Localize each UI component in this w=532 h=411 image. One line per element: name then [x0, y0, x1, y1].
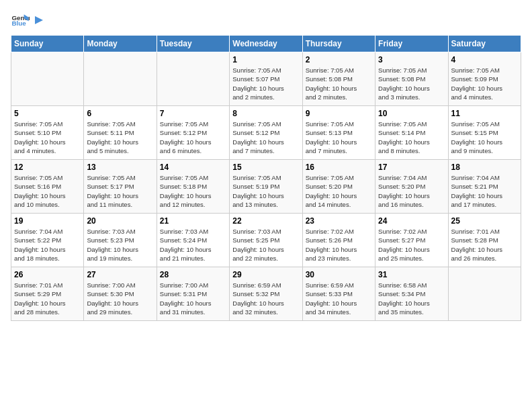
calendar-week-row: 19Sunrise: 7:04 AM Sunset: 5:22 PM Dayli… — [11, 214, 521, 267]
day-info: Sunrise: 7:00 AM Sunset: 5:30 PM Dayligh… — [87, 281, 153, 316]
day-of-week-header: Saturday — [448, 36, 521, 52]
day-number: 29 — [232, 270, 299, 279]
day-info: Sunrise: 7:00 AM Sunset: 5:31 PM Dayligh… — [160, 281, 226, 316]
calendar-cell: 24Sunrise: 7:02 AM Sunset: 5:27 PM Dayli… — [375, 214, 448, 267]
day-info: Sunrise: 7:05 AM Sunset: 5:19 PM Dayligh… — [232, 173, 299, 209]
day-info: Sunrise: 7:03 AM Sunset: 5:25 PM Dayligh… — [232, 227, 299, 263]
calendar-cell: 11Sunrise: 7:05 AM Sunset: 5:15 PM Dayli… — [448, 106, 521, 160]
calendar-cell: 21Sunrise: 7:03 AM Sunset: 5:24 PM Dayli… — [157, 214, 229, 267]
day-number: 15 — [232, 163, 299, 172]
day-info: Sunrise: 7:05 AM Sunset: 5:20 PM Dayligh… — [306, 173, 372, 209]
day-number: 20 — [87, 216, 153, 226]
day-info: Sunrise: 7:05 AM Sunset: 5:18 PM Dayligh… — [160, 173, 226, 209]
day-of-week-header: Tuesday — [157, 36, 229, 52]
calendar-cell: 1Sunrise: 7:05 AM Sunset: 5:07 PM Daylig… — [230, 52, 302, 106]
day-info: Sunrise: 7:05 AM Sunset: 5:10 PM Dayligh… — [14, 120, 81, 155]
calendar-cell: 27Sunrise: 7:00 AM Sunset: 5:30 PM Dayli… — [84, 267, 157, 321]
day-number: 17 — [378, 163, 445, 172]
day-of-week-header: Wednesday — [230, 36, 302, 52]
calendar-week-row: 12Sunrise: 7:05 AM Sunset: 5:16 PM Dayli… — [11, 160, 521, 214]
day-info: Sunrise: 7:05 AM Sunset: 5:13 PM Dayligh… — [306, 120, 372, 155]
day-info: Sunrise: 7:03 AM Sunset: 5:24 PM Dayligh… — [160, 227, 226, 263]
day-info: Sunrise: 7:05 AM Sunset: 5:16 PM Dayligh… — [14, 173, 81, 209]
day-info: Sunrise: 7:01 AM Sunset: 5:29 PM Dayligh… — [14, 281, 81, 316]
day-info: Sunrise: 7:03 AM Sunset: 5:23 PM Dayligh… — [87, 227, 153, 263]
svg-text:Blue: Blue — [11, 19, 26, 27]
calendar-cell — [157, 52, 229, 106]
day-info: Sunrise: 7:01 AM Sunset: 5:28 PM Dayligh… — [451, 227, 518, 263]
day-number: 26 — [14, 270, 81, 279]
day-info: Sunrise: 7:02 AM Sunset: 5:26 PM Dayligh… — [306, 227, 372, 263]
calendar-cell: 28Sunrise: 7:00 AM Sunset: 5:31 PM Dayli… — [157, 267, 229, 321]
calendar-cell: 22Sunrise: 7:03 AM Sunset: 5:25 PM Dayli… — [230, 214, 302, 267]
day-number: 7 — [160, 109, 226, 118]
day-number: 21 — [160, 216, 226, 226]
day-number: 22 — [232, 216, 299, 226]
day-number: 9 — [306, 109, 372, 118]
day-of-week-header: Sunday — [11, 36, 84, 52]
day-number: 18 — [451, 163, 518, 172]
calendar-cell: 20Sunrise: 7:03 AM Sunset: 5:23 PM Dayli… — [84, 214, 157, 267]
day-info: Sunrise: 7:04 AM Sunset: 5:20 PM Dayligh… — [378, 173, 445, 209]
calendar-cell: 26Sunrise: 7:01 AM Sunset: 5:29 PM Dayli… — [11, 267, 84, 321]
day-of-week-header: Monday — [84, 36, 157, 52]
calendar-header-row: SundayMondayTuesdayWednesdayThursdayFrid… — [11, 36, 521, 52]
day-info: Sunrise: 7:04 AM Sunset: 5:21 PM Dayligh… — [451, 173, 518, 209]
day-info: Sunrise: 7:05 AM Sunset: 5:15 PM Dayligh… — [451, 120, 518, 155]
day-number: 2 — [306, 55, 372, 64]
day-number: 13 — [87, 163, 153, 172]
calendar-cell: 15Sunrise: 7:05 AM Sunset: 5:19 PM Dayli… — [230, 160, 302, 214]
day-number: 19 — [14, 216, 81, 226]
day-number: 12 — [14, 163, 81, 172]
day-number: 16 — [306, 163, 372, 172]
day-of-week-header: Thursday — [302, 36, 375, 52]
calendar-cell: 17Sunrise: 7:04 AM Sunset: 5:20 PM Dayli… — [375, 160, 448, 214]
calendar-cell: 9Sunrise: 7:05 AM Sunset: 5:13 PM Daylig… — [302, 106, 375, 160]
calendar-cell: 25Sunrise: 7:01 AM Sunset: 5:28 PM Dayli… — [448, 214, 521, 267]
calendar-cell: 14Sunrise: 7:05 AM Sunset: 5:18 PM Dayli… — [157, 160, 229, 214]
calendar-cell — [11, 52, 84, 106]
day-info: Sunrise: 7:05 AM Sunset: 5:08 PM Dayligh… — [306, 66, 372, 101]
calendar-cell: 23Sunrise: 7:02 AM Sunset: 5:26 PM Dayli… — [302, 214, 375, 267]
calendar-week-row: 26Sunrise: 7:01 AM Sunset: 5:29 PM Dayli… — [11, 267, 521, 321]
day-info: Sunrise: 7:05 AM Sunset: 5:12 PM Dayligh… — [232, 120, 299, 155]
calendar-cell: 2Sunrise: 7:05 AM Sunset: 5:08 PM Daylig… — [302, 52, 375, 106]
calendar-cell — [448, 267, 521, 321]
day-number: 11 — [451, 109, 518, 118]
calendar-cell: 4Sunrise: 7:05 AM Sunset: 5:09 PM Daylig… — [448, 52, 521, 106]
calendar-cell: 31Sunrise: 6:58 AM Sunset: 5:34 PM Dayli… — [375, 267, 448, 321]
day-info: Sunrise: 7:05 AM Sunset: 5:14 PM Dayligh… — [378, 120, 445, 155]
day-info: Sunrise: 7:04 AM Sunset: 5:22 PM Dayligh… — [14, 227, 81, 263]
calendar-week-row: 5Sunrise: 7:05 AM Sunset: 5:10 PM Daylig… — [11, 106, 521, 160]
day-info: Sunrise: 7:02 AM Sunset: 5:27 PM Dayligh… — [378, 227, 445, 263]
calendar-cell: 5Sunrise: 7:05 AM Sunset: 5:10 PM Daylig… — [11, 106, 84, 160]
day-number: 3 — [378, 55, 445, 64]
calendar-cell: 6Sunrise: 7:05 AM Sunset: 5:11 PM Daylig… — [84, 106, 157, 160]
day-number: 14 — [160, 163, 226, 172]
day-info: Sunrise: 7:05 AM Sunset: 5:07 PM Dayligh… — [232, 66, 299, 101]
calendar-cell: 7Sunrise: 7:05 AM Sunset: 5:12 PM Daylig… — [157, 106, 229, 160]
day-number: 23 — [306, 216, 372, 226]
logo: General Blue — [11, 11, 46, 30]
calendar-cell: 18Sunrise: 7:04 AM Sunset: 5:21 PM Dayli… — [448, 160, 521, 214]
calendar-cell: 8Sunrise: 7:05 AM Sunset: 5:12 PM Daylig… — [230, 106, 302, 160]
logo-arrow-icon — [32, 13, 46, 27]
calendar-cell: 13Sunrise: 7:05 AM Sunset: 5:17 PM Dayli… — [84, 160, 157, 214]
day-number: 4 — [451, 55, 518, 64]
day-number: 30 — [306, 270, 372, 279]
calendar-cell: 3Sunrise: 7:05 AM Sunset: 5:08 PM Daylig… — [375, 52, 448, 106]
svg-marker-3 — [35, 16, 43, 24]
day-number: 25 — [451, 216, 518, 226]
day-number: 28 — [160, 270, 226, 279]
day-number: 8 — [232, 109, 299, 118]
logo-icon: General Blue — [11, 11, 30, 30]
day-of-week-header: Friday — [375, 36, 448, 52]
day-info: Sunrise: 7:05 AM Sunset: 5:11 PM Dayligh… — [87, 120, 153, 155]
calendar-table: SundayMondayTuesdayWednesdayThursdayFrid… — [11, 35, 521, 321]
calendar-cell: 16Sunrise: 7:05 AM Sunset: 5:20 PM Dayli… — [302, 160, 375, 214]
calendar-cell: 29Sunrise: 6:59 AM Sunset: 5:32 PM Dayli… — [230, 267, 302, 321]
day-info: Sunrise: 7:05 AM Sunset: 5:17 PM Dayligh… — [87, 173, 153, 209]
day-number: 5 — [14, 109, 81, 118]
calendar-week-row: 1Sunrise: 7:05 AM Sunset: 5:07 PM Daylig… — [11, 52, 521, 106]
day-info: Sunrise: 6:59 AM Sunset: 5:33 PM Dayligh… — [306, 281, 372, 316]
